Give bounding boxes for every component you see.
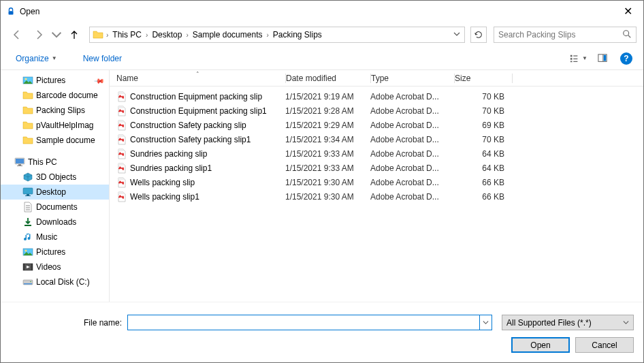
organize-button[interactable]: Organize ▼: [12, 51, 61, 66]
file-row[interactable]: Construction Safety packing slip11/15/20…: [110, 132, 643, 146]
file-type: Adobe Acrobat D...: [370, 149, 454, 159]
file-list[interactable]: Construction Equipment packing slip1/15/…: [110, 86, 643, 302]
pc-icon: [14, 157, 25, 168]
new-folder-button[interactable]: New folder: [78, 51, 127, 66]
breadcrumb-item[interactable]: Packing Slips: [270, 27, 325, 42]
svg-rect-4: [570, 58, 573, 60]
file-row[interactable]: Sundries packing slip11/15/2021 9:33 AMA…: [110, 161, 643, 175]
filetype-select[interactable]: All Supported Files (*.*): [502, 315, 634, 330]
sidebar-item[interactable]: Videos: [1, 259, 109, 274]
column-headers: ˄ Name Date modified Type Size: [110, 70, 643, 86]
search-input[interactable]: [498, 30, 622, 40]
pdf-icon: [116, 134, 127, 145]
column-header-date[interactable]: Date modified: [286, 74, 370, 83]
breadcrumb-item[interactable]: Sample documents: [190, 27, 265, 42]
folder-icon: [22, 120, 33, 131]
view-options-button[interactable]: ▼: [567, 50, 589, 67]
filetype-label: All Supported Files (*.*): [506, 318, 592, 328]
chevron-down-icon: ▼: [52, 55, 57, 61]
sidebar-item-label: Pictures: [36, 76, 65, 85]
svg-rect-24: [25, 225, 31, 226]
videos-icon: [22, 262, 33, 272]
file-date: 1/15/2021 9:29 AM: [285, 121, 370, 130]
filename-dropdown-button[interactable]: [480, 315, 492, 330]
cancel-button[interactable]: Cancel: [575, 337, 634, 353]
sidebar-item[interactable]: pVaultHelpImag: [1, 118, 109, 133]
svg-point-26: [25, 250, 27, 252]
sidebar-item[interactable]: Pictures📌: [1, 73, 109, 88]
sidebar-item-label: Pictures: [36, 247, 65, 257]
sidebar-item-label: Videos: [36, 262, 61, 272]
file-size: 69 KB: [454, 121, 511, 130]
recent-locations-button[interactable]: [51, 25, 62, 44]
file-type: Adobe Acrobat D...: [370, 163, 454, 173]
sidebar-item[interactable]: Sample docume: [1, 133, 109, 148]
breadcrumb-item[interactable]: This PC: [110, 27, 144, 42]
refresh-button[interactable]: [470, 27, 487, 43]
sidebar-item[interactable]: Packing Slips: [1, 103, 109, 118]
chevron-right-icon: ›: [144, 31, 149, 39]
file-row[interactable]: Wells packing slip1/15/2021 9:30 AMAdobe…: [110, 175, 643, 189]
file-date: 1/15/2021 9:30 AM: [285, 192, 370, 202]
svg-rect-28: [23, 264, 25, 270]
forward-button[interactable]: [29, 25, 48, 44]
breadcrumb-dropdown[interactable]: [449, 30, 464, 40]
documents-icon: [22, 202, 33, 212]
folder-icon: [22, 135, 33, 146]
sidebar-item-this-pc[interactable]: This PC: [1, 155, 109, 170]
breadcrumb-item[interactable]: Desktop: [149, 27, 184, 42]
sidebar-item[interactable]: Documents: [1, 200, 109, 215]
pdf-icon: [116, 120, 127, 131]
file-date: 1/15/2021 9:33 AM: [285, 149, 370, 159]
sidebar-item[interactable]: Barcode docume: [1, 88, 109, 103]
sidebar-item[interactable]: Local Disk (C:): [1, 274, 109, 289]
open-button[interactable]: Open: [511, 337, 570, 353]
disk-icon: [22, 277, 33, 287]
sidebar-item-label: pVaultHelpImag: [36, 121, 94, 130]
pdf-icon: [116, 163, 127, 174]
file-row[interactable]: Construction Safety packing slip1/15/202…: [110, 118, 643, 132]
svg-rect-29: [31, 264, 33, 270]
sidebar-item[interactable]: 3D Objects: [1, 170, 109, 185]
filename-label: File name:: [10, 318, 123, 328]
svg-rect-5: [570, 61, 573, 62]
breadcrumb[interactable]: › This PC › Desktop › Sample documents ›…: [89, 27, 465, 43]
column-header-type[interactable]: Type: [371, 74, 454, 83]
sidebar-item[interactable]: Desktop: [1, 185, 109, 200]
pictures-icon: [22, 247, 33, 257]
sidebar-item-label: Desktop: [36, 187, 66, 197]
sidebar-item[interactable]: Downloads: [1, 215, 109, 230]
sidebar-item[interactable]: Music: [1, 230, 109, 244]
navigation-pane[interactable]: Pictures📌Barcode documePacking SlipspVau…: [1, 70, 110, 302]
file-date: 1/15/2021 9:28 AM: [285, 106, 370, 116]
file-row[interactable]: Construction Equipment packing slip1/15/…: [110, 89, 643, 104]
3d-icon: [22, 172, 33, 183]
sidebar-item[interactable]: Pictures: [1, 244, 109, 259]
search-box[interactable]: [494, 27, 637, 43]
back-button[interactable]: [7, 25, 27, 44]
file-row[interactable]: Wells packing slip11/15/2021 9:30 AMAdob…: [110, 189, 643, 204]
up-button[interactable]: [65, 25, 84, 44]
preview-pane-button[interactable]: [592, 50, 613, 67]
file-size: 70 KB: [454, 106, 511, 116]
column-header-name[interactable]: ˄ Name: [110, 74, 285, 83]
file-row[interactable]: Sundries packing slip1/15/2021 9:33 AMAd…: [110, 146, 643, 161]
chevron-down-icon: ▼: [582, 55, 587, 61]
chevron-right-icon: ›: [105, 31, 110, 39]
file-type: Adobe Acrobat D...: [370, 92, 454, 101]
file-type: Adobe Acrobat D...: [370, 178, 454, 187]
help-button[interactable]: ?: [620, 52, 632, 65]
column-header-size[interactable]: Size: [455, 74, 512, 83]
sidebar-item-label: Documents: [36, 202, 78, 212]
file-size: 64 KB: [454, 149, 511, 159]
desktop-icon: [22, 187, 33, 198]
file-date: 1/15/2021 9:30 AM: [285, 178, 370, 187]
filename-input[interactable]: [127, 315, 480, 330]
file-row[interactable]: Construction Equipment packing slip11/15…: [110, 104, 643, 118]
music-icon: [22, 232, 33, 242]
file-size: 64 KB: [454, 163, 511, 173]
pdf-icon: [116, 177, 127, 188]
sidebar-item-label: Downloads: [36, 217, 76, 227]
dialog-footer: File name: All Supported Files (*.*) Ope…: [1, 302, 643, 362]
close-button[interactable]: ✕: [613, 1, 643, 22]
